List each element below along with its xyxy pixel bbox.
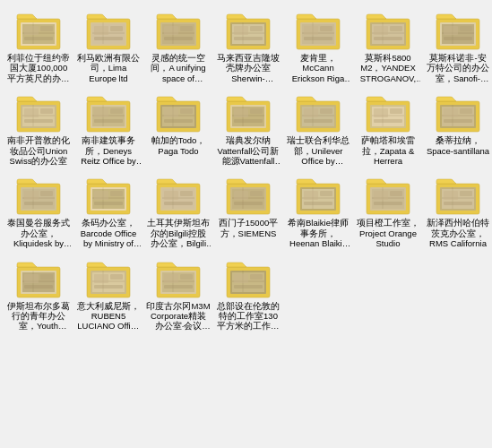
svg-rect-85: [234, 108, 248, 117]
folder-icon: [155, 177, 202, 216]
folder-icon: [15, 12, 62, 51]
svg-rect-190: [180, 274, 193, 280]
svg-rect-63: [24, 119, 53, 123]
folder-item[interactable]: 瑞士联合利华总部，Unilever Office by Camenzind Ev…: [283, 90, 353, 170]
folder-item[interactable]: 项目橙工作室，Project Orange Studio: [353, 172, 423, 253]
svg-rect-93: [304, 108, 318, 117]
folder-icon: [155, 260, 202, 299]
svg-rect-101: [374, 108, 388, 117]
folder-icon: [225, 12, 272, 51]
svg-rect-151: [304, 202, 332, 205]
folder-item[interactable]: 泰国曼谷服务式办公室，Kliquidesk by SoDA + k2des...: [4, 172, 73, 253]
folder-item[interactable]: 西门子15000平方，SIEMENS: [213, 172, 283, 253]
svg-rect-23: [164, 37, 193, 40]
svg-rect-165: [444, 191, 458, 200]
folder-label: 希南Blaikie律师事务所，Heenan Blaikie LLP: [286, 218, 350, 248]
folder-label: 意大利威尼斯，RUBEN5 LUCIANO Office by Sin...: [76, 301, 141, 332]
folder-item[interactable]: 灵感的统一空间，A unifying space of inspiration: [143, 7, 213, 88]
folder-item[interactable]: 利马欧洲有限公司，Lima Europe ltd: [73, 7, 143, 88]
folder-item[interactable]: 莫斯科5800 M2，YANDEX STROGANOV, MOSCOW: [353, 7, 423, 88]
folder-label: 桑蒂拉纳，Space-santillana: [426, 135, 490, 156]
svg-rect-86: [250, 108, 263, 114]
svg-rect-38: [320, 26, 332, 31]
folder-item[interactable]: 伊斯坦布尔多葛行的青年办公室，Youth Republic Offic...: [4, 255, 73, 336]
folder-label: 马来西亚吉隆坡壳牌办公室 Sherwin-Williams Office by …: [216, 53, 281, 83]
folder-icon: [295, 94, 341, 134]
svg-rect-166: [460, 191, 472, 196]
svg-rect-22: [180, 26, 193, 31]
folder-item[interactable]: 帕加的Todo，Paga Todo: [143, 90, 213, 170]
svg-rect-62: [40, 108, 53, 114]
folder-icon: [85, 177, 132, 216]
folder-item[interactable]: 条码办公室，Barcode Office by Ministry of Desi…: [73, 172, 143, 253]
folder-label: 南非开普敦的化妆品公司Union Swiss的办公室: [6, 135, 71, 166]
folder-label: 麦肯里，McCann Erickson Riga PR – Agency: [286, 53, 350, 83]
svg-rect-5: [24, 26, 39, 35]
folder-icon: [15, 94, 62, 134]
svg-rect-198: [250, 274, 263, 280]
svg-rect-183: [94, 285, 123, 289]
folder-icon: [85, 260, 132, 299]
svg-rect-53: [444, 26, 458, 35]
svg-rect-102: [390, 108, 402, 114]
folder-item[interactable]: 南非建筑事务所，Deneys Reitz Office by Col...: [73, 90, 143, 170]
folder-label: 新泽西州哈伯特茨克办公室，RMS California: [426, 218, 490, 248]
svg-rect-182: [110, 274, 123, 280]
folder-label: 灵感的统一空间，A unifying space of inspiration: [146, 53, 211, 83]
folder-item[interactable]: 麦肯里，McCann Erickson Riga PR – Agency: [283, 7, 353, 88]
folder-label: 西门子15000平方，SIEMENS: [216, 218, 281, 238]
folder-label: 莫斯科诺非-安万特公司的办公室，Sanofi-Aventis...: [426, 53, 490, 83]
folder-label: 总部设在伦敦的特的工作室130平方米的工作室（机...: [216, 301, 281, 332]
svg-rect-95: [304, 119, 332, 123]
folder-item[interactable]: 土耳其伊斯坦布尔的Bilgili控股办公室，Bilgili Holding Of…: [143, 172, 213, 253]
folder-label: 泰国曼谷服务式办公室，Kliquidesk by SoDA + k2des...: [6, 218, 71, 248]
svg-rect-150: [320, 191, 332, 196]
folder-item[interactable]: 意大利威尼斯，RUBEN5 LUCIANO Office by Sin...: [73, 255, 143, 336]
folder-label: 南非建筑事务所，Deneys Reitz Office by Col...: [76, 135, 141, 166]
svg-rect-191: [164, 285, 193, 289]
folder-icon: [15, 260, 62, 299]
svg-rect-173: [24, 274, 39, 283]
folder-icon: [435, 94, 481, 134]
folder-item[interactable]: 印度古尔冈M3M Corporate精装办公室·会议室，希顿设...: [143, 255, 213, 336]
folder-item[interactable]: 马来西亚吉隆坡壳牌办公室 Sherwin-Williams Office by …: [213, 7, 283, 88]
folder-label: 瑞士联合利华总部，Unilever Office by Camenzind Ev…: [286, 135, 350, 166]
folder-icon: [85, 94, 132, 134]
folder-label: 利马欧洲有限公司，Lima Europe ltd: [76, 53, 141, 83]
folder-label: 萨帕塔和埃雷拉，Zapata & Herrera: [356, 135, 420, 166]
svg-rect-126: [110, 191, 123, 196]
folder-icon: [295, 12, 341, 51]
folder-item[interactable]: 新泽西州哈伯特茨克办公室，RMS California: [423, 172, 492, 253]
svg-rect-39: [304, 37, 332, 40]
folder-item[interactable]: 瑞典发尔纳Vattenfall公司新能源Vattenfall Headquart…: [213, 90, 283, 170]
svg-rect-110: [460, 108, 472, 114]
svg-rect-158: [390, 191, 402, 196]
folder-item[interactable]: 利菲位于纽约帝国大厦100,000平方英尺的办公室 LF USA by Spa.…: [4, 7, 73, 88]
folder-icon: [435, 12, 481, 51]
svg-rect-77: [164, 108, 178, 117]
svg-rect-167: [444, 202, 472, 205]
folder-icon: [85, 12, 132, 51]
svg-rect-109: [444, 108, 458, 117]
folder-icon: [225, 94, 272, 134]
folder-item[interactable]: 莫斯科诺非-安万特公司的办公室，Sanofi-Aventis...: [423, 7, 492, 88]
svg-rect-54: [460, 26, 472, 31]
svg-rect-61: [24, 108, 39, 117]
folder-icon: [15, 177, 62, 216]
svg-rect-119: [24, 202, 53, 205]
folder-item[interactable]: 总部设在伦敦的特的工作室130平方米的工作室（机...: [213, 255, 283, 336]
folder-label: 利菲位于纽约帝国大厦100,000平方英尺的办公室 LF USA by Spa.…: [6, 53, 71, 83]
svg-rect-181: [94, 274, 108, 283]
folder-item[interactable]: 希南Blaikie律师事务所，Heenan Blaikie LLP: [283, 172, 353, 253]
folder-label: 瑞典发尔纳Vattenfall公司新能源Vattenfall Headquart…: [216, 135, 281, 166]
svg-rect-7: [24, 37, 53, 40]
folder-item[interactable]: 南非开普敦的化妆品公司Union Swiss的办公室: [4, 90, 73, 170]
svg-rect-175: [24, 285, 53, 289]
folder-item[interactable]: 萨帕塔和埃雷拉，Zapata & Herrera: [353, 90, 423, 170]
folder-item[interactable]: 桑蒂拉纳，Space-santillana: [423, 90, 492, 170]
folder-label: 条码办公室，Barcode Office by Ministry of Desi…: [76, 218, 141, 248]
svg-rect-157: [374, 191, 388, 200]
folder-icon: [365, 94, 411, 134]
folder-label: 帕加的Todo，Paga Todo: [146, 135, 211, 156]
svg-rect-37: [304, 26, 318, 35]
